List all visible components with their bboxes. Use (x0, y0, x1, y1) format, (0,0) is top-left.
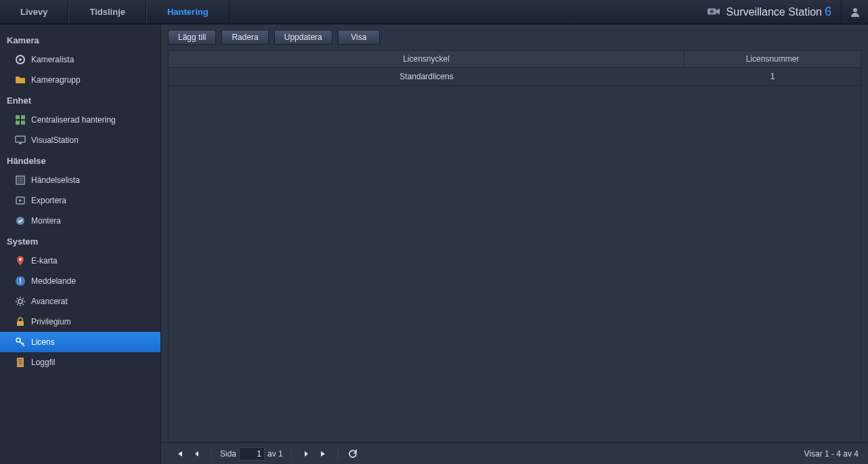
sidebar-item-montera[interactable]: Montera (0, 211, 160, 231)
monitor-icon (15, 135, 26, 146)
sidebar-item-label: VisualStation (31, 135, 79, 145)
col-license-key[interactable]: Licensnyckel (169, 51, 685, 67)
sidebar-item-exportera[interactable]: Exportera (0, 190, 160, 211)
pager-separator (211, 448, 212, 460)
sidebar-item-label: Loggfil (31, 358, 55, 367)
svg-rect-10 (19, 143, 22, 144)
sidebar-group-enhet: Enhet (0, 90, 160, 110)
sidebar-item-label: Privilegium (31, 317, 71, 326)
toolbar: Lägg till Radera Uppdatera Visa (161, 24, 868, 50)
sidebar-item-licens[interactable]: Licens (0, 332, 160, 352)
sidebar-item-label: Exportera (31, 196, 66, 205)
sidebar-item-label: Händelselista (31, 175, 80, 185)
brand: Surveillance Station 6 (697, 5, 841, 19)
sidebar-item-ekarta[interactable]: E-karta (0, 251, 160, 271)
delete-button[interactable]: Radera (221, 30, 268, 45)
sidebar-item-privilegium[interactable]: Privilegium (0, 312, 160, 332)
last-page-button[interactable] (316, 446, 331, 461)
cell-license-key: Standardlicens (169, 68, 685, 85)
camera-icon (15, 54, 26, 65)
user-menu[interactable] (841, 0, 868, 24)
update-button[interactable]: Uppdatera (274, 30, 332, 45)
next-page-button[interactable] (299, 446, 313, 461)
chevron-right-icon (302, 450, 310, 458)
top-bar: Livevy Tidslinje Hantering Surveillance … (0, 0, 868, 24)
log-icon (15, 357, 26, 368)
svg-point-1 (710, 9, 713, 13)
sidebar-item-label: Centraliserad hantering (31, 115, 116, 125)
sidebar-group-system: System (0, 231, 160, 251)
topnav-livevy[interactable]: Livevy (0, 0, 68, 24)
sidebar-item-meddelande[interactable]: ! Meddelande (0, 271, 160, 291)
user-icon (850, 7, 861, 18)
sidebar-item-kameragrupp[interactable]: Kameragrupp (0, 70, 160, 90)
svg-rect-34 (17, 358, 24, 367)
sidebar-item-label: Licens (31, 337, 55, 347)
svg-rect-7 (16, 121, 20, 125)
pager: Sida av 1 Visar 1 - 4 av 4 (161, 442, 868, 464)
info-icon: ! (15, 276, 26, 287)
license-table: Licensnyckel Licensnummer Standardlicens… (161, 50, 868, 442)
svg-point-21 (18, 299, 22, 303)
list-icon (15, 175, 26, 186)
refresh-icon (348, 449, 357, 459)
sidebar-item-visualstation[interactable]: VisualStation (0, 130, 160, 150)
sidebar-item-label: Kameragrupp (31, 75, 81, 85)
svg-line-28 (17, 304, 18, 305)
svg-rect-9 (16, 136, 25, 142)
svg-marker-16 (19, 199, 22, 202)
brand-icon (706, 6, 721, 18)
gear-icon (15, 296, 26, 307)
content-panel: Lägg till Radera Uppdatera Visa Licensny… (160, 24, 868, 464)
sidebar-group-kamera: Kamera (0, 30, 160, 49)
svg-point-18 (19, 258, 22, 261)
first-page-button[interactable] (172, 446, 187, 461)
pager-separator (291, 448, 292, 460)
folder-icon (15, 75, 26, 85)
mount-icon (15, 215, 26, 226)
sidebar-item-kameralista[interactable]: Kameralista (0, 49, 160, 70)
svg-line-29 (23, 298, 24, 299)
svg-rect-6 (21, 115, 25, 119)
col-license-number[interactable]: Licensnummer (685, 51, 861, 67)
brand-name: Surveillance Station (726, 6, 822, 18)
cell-license-number: 1 (685, 68, 861, 85)
table-row[interactable]: Standardlicens 1 (169, 68, 861, 86)
sidebar: Kamera Kameralista Kameragrupp Enhet Cen… (0, 24, 160, 464)
first-page-icon (175, 450, 183, 458)
svg-line-27 (23, 304, 24, 305)
top-nav: Livevy Tidslinje Hantering (0, 0, 230, 24)
sidebar-item-loggfil[interactable]: Loggfil (0, 352, 160, 373)
sidebar-item-label: Kameralista (31, 55, 74, 64)
key-icon (15, 337, 26, 347)
pager-status: Visar 1 - 4 av 4 (804, 449, 859, 459)
page-input[interactable] (239, 447, 265, 461)
sidebar-item-label: E-karta (31, 256, 58, 266)
svg-rect-8 (21, 121, 25, 125)
sidebar-item-handelselista[interactable]: Händelselista (0, 170, 160, 190)
svg-rect-30 (17, 321, 24, 326)
prev-page-button[interactable] (190, 446, 204, 461)
export-icon (15, 195, 26, 206)
sidebar-group-handelse: Händelse (0, 150, 160, 170)
svg-point-4 (19, 58, 22, 61)
topnav-tidslinje[interactable]: Tidslinje (68, 0, 146, 24)
svg-line-33 (22, 343, 24, 344)
page-label: Sida (220, 449, 236, 459)
topnav-hantering[interactable]: Hantering (146, 0, 230, 24)
sidebar-item-centralhantering[interactable]: Centraliserad hantering (0, 110, 160, 130)
svg-text:!: ! (19, 278, 21, 285)
sidebar-item-avancerat[interactable]: Avancerat (0, 291, 160, 312)
table-body: Standardlicens 1 (168, 68, 861, 442)
svg-point-2 (853, 8, 857, 12)
svg-line-26 (17, 298, 18, 299)
svg-rect-5 (16, 115, 20, 119)
table-header: Licensnyckel Licensnummer (168, 50, 861, 68)
sidebar-item-label: Avancerat (31, 297, 68, 306)
sidebar-item-label: Montera (31, 216, 61, 226)
add-button[interactable]: Lägg till (168, 30, 216, 45)
refresh-button[interactable] (345, 446, 360, 461)
last-page-icon (320, 450, 328, 458)
show-button[interactable]: Visa (338, 30, 380, 45)
page-total-label: av 1 (267, 449, 283, 459)
